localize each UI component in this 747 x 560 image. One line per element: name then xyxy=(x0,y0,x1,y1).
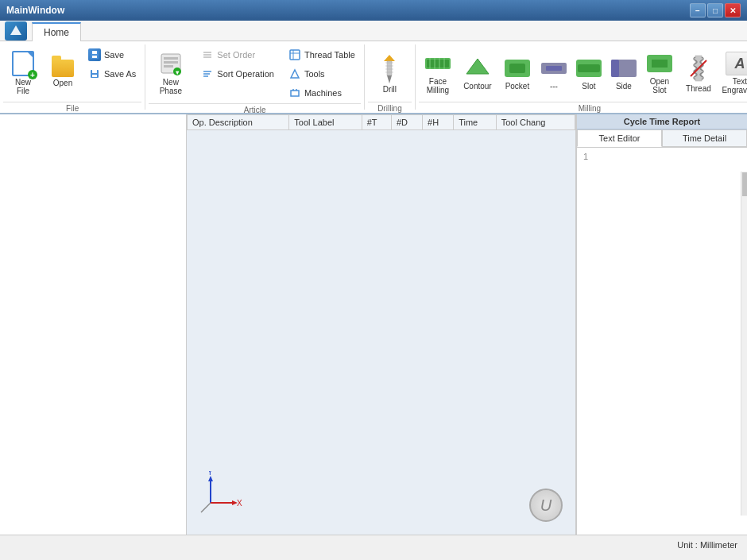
thread-button[interactable]: Thread xyxy=(679,46,718,100)
svg-rect-46 xyxy=(611,60,619,77)
thread-label: Thread xyxy=(686,84,711,93)
groove-icon xyxy=(540,56,568,80)
scrollbar-thumb[interactable] xyxy=(742,172,747,196)
drilling-group-content: Drill xyxy=(368,44,412,102)
svg-rect-9 xyxy=(164,61,178,64)
save-as-icon xyxy=(88,68,101,80)
open-button[interactable]: Open xyxy=(43,46,83,100)
thread-table-button[interactable]: Thread Table xyxy=(283,46,361,64)
ribbon-group-milling: FaceMilling Contour Pocket xyxy=(416,44,747,110)
svg-text:Y: Y xyxy=(207,471,213,477)
side-label: Side xyxy=(616,82,632,91)
col-time: Time xyxy=(454,115,497,130)
thread-table-icon xyxy=(288,48,301,61)
svg-marker-57 xyxy=(208,476,213,481)
svg-rect-42 xyxy=(546,66,562,71)
unit-label: Unit : Millimeter xyxy=(677,540,737,550)
svg-rect-23 xyxy=(291,91,299,96)
sort-operation-label: Sort Operation xyxy=(217,69,274,79)
drill-label: Drill xyxy=(383,85,397,94)
svg-rect-50 xyxy=(668,60,672,68)
save-button[interactable]: Save xyxy=(83,46,141,64)
tab-home[interactable]: Home xyxy=(32,22,81,41)
new-phase-button[interactable]: ▾ NewPhase xyxy=(149,46,192,100)
tools-label: Tools xyxy=(304,69,325,79)
tools-button[interactable]: Tools xyxy=(283,65,361,83)
save-as-label: Save As xyxy=(104,69,136,79)
svg-marker-22 xyxy=(291,70,299,78)
main-content: Op. Description Tool Label #T #D #H Time… xyxy=(0,114,747,535)
line-number-1: 1 xyxy=(580,151,744,162)
save-icon xyxy=(88,48,101,61)
new-phase-icon: ▾ xyxy=(160,51,182,76)
sort-operation-icon xyxy=(201,68,214,80)
maximize-button[interactable]: □ xyxy=(707,3,723,17)
text-engraving-button[interactable]: A TextEngraving xyxy=(719,46,747,100)
machines-icon xyxy=(288,87,301,99)
contour-button[interactable]: Contour xyxy=(459,46,497,100)
col-h: #H xyxy=(423,115,454,130)
pocket-label: Pocket xyxy=(505,82,530,91)
col-d: #D xyxy=(391,115,422,130)
groove-button[interactable]: --- xyxy=(538,46,570,100)
svg-rect-5 xyxy=(92,70,97,73)
drill-icon xyxy=(377,53,401,83)
open-slot-button[interactable]: OpenSlot xyxy=(641,46,678,100)
tab-text-editor[interactable]: Text Editor xyxy=(577,129,662,147)
svg-rect-44 xyxy=(578,64,600,72)
new-file-button[interactable]: + NewFile xyxy=(3,46,43,100)
save-label: Save xyxy=(104,50,124,60)
new-file-icon: + xyxy=(12,51,34,76)
pocket-icon xyxy=(503,56,532,80)
slot-button[interactable]: Slot xyxy=(571,46,606,100)
face-milling-button[interactable]: FaceMilling xyxy=(419,46,457,100)
thread-icon xyxy=(687,54,710,83)
app-icon[interactable] xyxy=(5,21,27,41)
cycle-tabs: Text Editor Time Detail xyxy=(577,129,747,148)
ribbon: + NewFile Open Save xyxy=(0,41,747,114)
svg-rect-19 xyxy=(290,50,300,60)
minimize-button[interactable]: − xyxy=(690,3,706,17)
slot-label: Slot xyxy=(582,82,595,91)
text-engraving-label: TextEngraving xyxy=(722,77,747,95)
col-tool-label: Tool Label xyxy=(289,115,362,130)
side-icon xyxy=(610,56,638,80)
u-watermark: U xyxy=(529,489,563,522)
thread-table-label: Thread Table xyxy=(304,50,355,60)
text-engraving-icon: A xyxy=(726,52,747,75)
svg-marker-0 xyxy=(10,25,21,35)
plus-badge-icon: + xyxy=(28,70,37,79)
slot-icon xyxy=(575,56,603,80)
drill-button[interactable]: Drill xyxy=(368,46,412,100)
col-op-desc: Op. Description xyxy=(188,115,289,130)
save-as-button[interactable]: Save As xyxy=(83,65,141,83)
svg-rect-8 xyxy=(164,57,178,60)
file-group-label: File xyxy=(3,102,141,113)
close-button[interactable]: ✕ xyxy=(725,3,741,17)
pocket-button[interactable]: Pocket xyxy=(498,46,536,100)
svg-rect-40 xyxy=(509,64,525,73)
open-slot-icon xyxy=(645,52,674,75)
side-button[interactable]: Side xyxy=(608,46,640,100)
ribbon-group-article: ▾ NewPhase Set Order Sort Operatio xyxy=(145,44,365,110)
tools-icon xyxy=(288,68,301,80)
svg-text:X: X xyxy=(237,499,242,508)
contour-label: Contour xyxy=(463,82,492,91)
left-panel xyxy=(0,114,187,535)
cycle-time-title: Cycle Time Report xyxy=(577,114,747,129)
ribbon-group-drilling: Drill Drilling xyxy=(365,44,416,110)
svg-rect-10 xyxy=(164,65,173,68)
tab-time-detail[interactable]: Time Detail xyxy=(662,129,747,147)
file-group-content: + NewFile Open Save xyxy=(3,44,141,102)
open-label: Open xyxy=(53,79,72,87)
set-order-label: Set Order xyxy=(217,50,255,60)
axis-indicator: Y X xyxy=(195,471,242,519)
drilling-group-label: Drilling xyxy=(368,102,412,113)
viewport: Y X U xyxy=(187,130,575,535)
machines-button[interactable]: Machines xyxy=(283,84,361,102)
sort-operation-button[interactable]: Sort Operation xyxy=(195,65,280,83)
set-order-button[interactable]: Set Order xyxy=(195,46,280,64)
cycle-content[interactable]: 1 xyxy=(577,148,747,535)
svg-rect-49 xyxy=(647,60,652,68)
scrollbar-track[interactable] xyxy=(741,172,747,516)
